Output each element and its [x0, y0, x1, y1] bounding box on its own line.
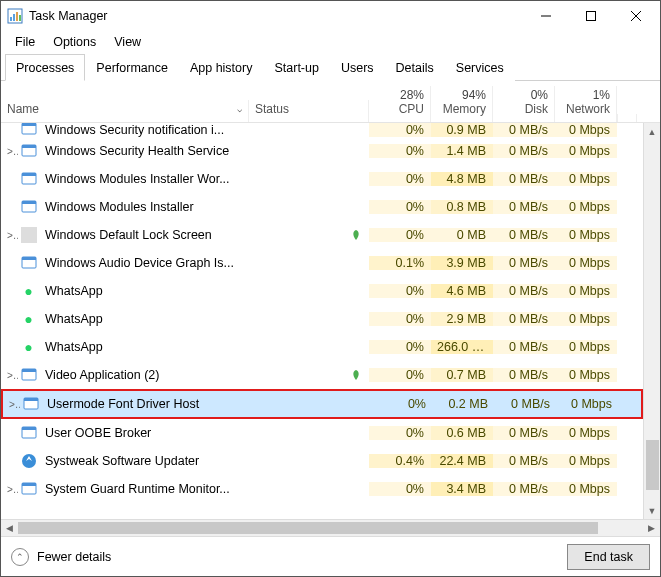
memory-value: 3.4 MB	[431, 482, 493, 496]
menubar: File Options View	[1, 31, 660, 53]
svg-rect-16	[22, 201, 36, 204]
disk-value: 0 MB/s	[493, 426, 555, 440]
tab-details[interactable]: Details	[385, 54, 445, 81]
row-icon	[19, 481, 39, 497]
scroll-right-icon[interactable]: ▶	[643, 520, 660, 536]
cpu-value: 0%	[369, 340, 431, 354]
process-icon	[23, 396, 39, 412]
disk-value: 0 MB/s	[493, 482, 555, 496]
tab-startup[interactable]: Start-up	[263, 54, 329, 81]
table-row[interactable]: Systweak Software Updater0.4%22.4 MB0 MB…	[1, 447, 643, 475]
tab-processes[interactable]: Processes	[5, 54, 85, 81]
process-icon	[21, 171, 37, 187]
table-row[interactable]: >Usermode Font Driver Host0%0.2 MB0 MB/s…	[1, 389, 643, 419]
process-grid: Name⌵ Status 28%CPU 94%Memory 0%Disk 1%N…	[1, 81, 660, 536]
svg-rect-24	[22, 427, 36, 430]
table-row[interactable]: >Windows Default Lock Screen0%0 MB0 MB/s…	[1, 221, 643, 249]
col-disk[interactable]: 0%Disk	[493, 86, 555, 122]
menu-file[interactable]: File	[7, 33, 43, 51]
table-row[interactable]: ●WhatsApp0%2.9 MB0 MB/s0 Mbps	[1, 305, 643, 333]
disk-value: 0 MB/s	[493, 256, 555, 270]
vertical-scrollbar[interactable]: ▲ ▼	[643, 123, 660, 519]
fewer-details-label: Fewer details	[37, 550, 111, 564]
network-value: 0 Mbps	[555, 228, 617, 242]
cpu-value: 0%	[369, 200, 431, 214]
expand-toggle[interactable]: >	[3, 399, 21, 410]
table-row[interactable]: >Video Application (2)0%0.7 MB0 MB/s0 Mb…	[1, 361, 643, 389]
disk-value: 0 MB/s	[493, 144, 555, 158]
fewer-details-button[interactable]: ⌃ Fewer details	[11, 548, 111, 566]
network-value: 0 Mbps	[555, 454, 617, 468]
svg-rect-1	[10, 17, 12, 21]
col-name[interactable]: Name⌵	[1, 100, 249, 122]
process-icon	[21, 481, 37, 497]
row-icon	[19, 123, 39, 137]
memory-value: 1.4 MB	[431, 144, 493, 158]
process-list[interactable]: Windows Security notification i...0%0.9 …	[1, 123, 660, 519]
tab-services[interactable]: Services	[445, 54, 515, 81]
column-headers: Name⌵ Status 28%CPU 94%Memory 0%Disk 1%N…	[1, 81, 660, 123]
scroll-down-icon[interactable]: ▼	[644, 502, 660, 519]
updater-icon	[21, 453, 37, 469]
memory-value: 0.7 MB	[431, 368, 493, 382]
svg-rect-4	[19, 15, 21, 21]
svg-rect-20	[22, 369, 36, 372]
network-value: 0 Mbps	[555, 426, 617, 440]
expand-toggle[interactable]: >	[1, 484, 19, 495]
table-row[interactable]: ●WhatsApp0%266.0 MB0 MB/s0 Mbps	[1, 333, 643, 361]
scroll-left-icon[interactable]: ◀	[1, 520, 18, 536]
process-name: WhatsApp	[39, 284, 249, 298]
process-icon	[21, 367, 37, 383]
menu-options[interactable]: Options	[45, 33, 104, 51]
disk-value: 0 MB/s	[493, 340, 555, 354]
scroll-thumb-v[interactable]	[646, 440, 659, 490]
row-icon	[19, 367, 39, 383]
col-cpu[interactable]: 28%CPU	[369, 86, 431, 122]
cpu-value: 0%	[369, 426, 431, 440]
whatsapp-icon: ●	[24, 311, 32, 327]
end-task-button[interactable]: End task	[567, 544, 650, 570]
menu-view[interactable]: View	[106, 33, 149, 51]
network-value: 0 Mbps	[555, 340, 617, 354]
table-row[interactable]: ●WhatsApp0%4.6 MB0 MB/s0 Mbps	[1, 277, 643, 305]
expand-toggle[interactable]: >	[1, 146, 19, 157]
process-icon	[21, 123, 37, 137]
table-row[interactable]: User OOBE Broker0%0.6 MB0 MB/s0 Mbps	[1, 419, 643, 447]
leaf-icon	[350, 229, 362, 241]
table-row[interactable]: Windows Modules Installer0%0.8 MB0 MB/s0…	[1, 193, 643, 221]
tabs: Processes Performance App history Start-…	[1, 53, 660, 81]
tab-performance[interactable]: Performance	[85, 54, 179, 81]
expand-toggle[interactable]: >	[1, 230, 19, 241]
table-row[interactable]: >Windows Security Health Service0%1.4 MB…	[1, 137, 643, 165]
scroll-up-icon[interactable]: ▲	[644, 123, 660, 140]
svg-rect-6	[586, 12, 595, 21]
disk-value: 0 MB/s	[495, 397, 557, 411]
titlebar[interactable]: Task Manager	[1, 1, 660, 31]
process-name: Windows Default Lock Screen	[39, 228, 249, 242]
table-row[interactable]: Windows Audio Device Graph Is...0.1%3.9 …	[1, 249, 643, 277]
col-extra[interactable]	[617, 114, 637, 122]
table-row[interactable]: Windows Security notification i...0%0.9 …	[1, 123, 643, 137]
expand-toggle[interactable]: >	[1, 370, 19, 381]
horizontal-scrollbar[interactable]: ◀ ▶	[1, 519, 660, 536]
minimize-button[interactable]	[523, 2, 568, 30]
leaf-icon	[350, 369, 362, 381]
tab-users[interactable]: Users	[330, 54, 385, 81]
maximize-button[interactable]	[568, 2, 613, 30]
svg-rect-27	[22, 483, 36, 486]
disk-value: 0 MB/s	[493, 228, 555, 242]
scroll-thumb-h[interactable]	[18, 522, 598, 534]
process-name: Windows Security Health Service	[39, 144, 249, 158]
tab-app-history[interactable]: App history	[179, 54, 264, 81]
network-value: 0 Mbps	[555, 172, 617, 186]
network-value: 0 Mbps	[555, 200, 617, 214]
table-row[interactable]: >System Guard Runtime Monitor...0%3.4 MB…	[1, 475, 643, 503]
svg-rect-14	[22, 173, 36, 176]
close-button[interactable]	[613, 2, 658, 30]
table-row[interactable]: Windows Modules Installer Wor...0%4.8 MB…	[1, 165, 643, 193]
memory-value: 0.2 MB	[433, 397, 495, 411]
memory-value: 22.4 MB	[431, 454, 493, 468]
col-network[interactable]: 1%Network	[555, 86, 617, 122]
col-status[interactable]: Status	[249, 100, 369, 122]
col-memory[interactable]: 94%Memory	[431, 86, 493, 122]
